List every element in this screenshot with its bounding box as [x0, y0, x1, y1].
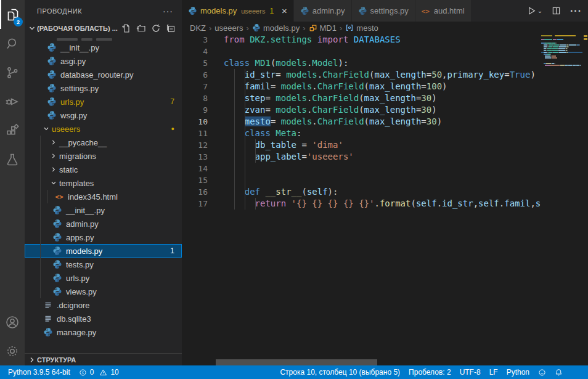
clipped-file-row	[25, 35, 182, 41]
status-encoding[interactable]: UTF-8	[455, 365, 485, 379]
workspace-section-header[interactable]: (РАБОЧАЯ ОБЛАСТЬ) ...	[25, 22, 182, 35]
status-indentation[interactable]: Пробелов: 2	[404, 365, 455, 379]
tab-problem-badge: 1	[269, 7, 274, 15]
horizontal-scrollbar[interactable]	[216, 359, 377, 365]
code-token	[224, 152, 255, 161]
tab-description: useeers	[241, 7, 265, 15]
split-icon	[552, 6, 561, 15]
tree-folder-migrations[interactable]: migrations	[25, 149, 182, 163]
tree-file-asgi.py[interactable]: asgi.py	[25, 54, 182, 68]
minimap-segment	[554, 63, 555, 64]
status-cursor-position[interactable]: Строка 10, столбец 10 (выбрано 5)	[276, 365, 404, 379]
tree-folder-static[interactable]: static	[25, 163, 182, 176]
tree-file--init-.py[interactable]: __init__.py	[25, 203, 182, 217]
indent-guide-line	[245, 186, 245, 198]
tab-admin.py[interactable]: admin.py	[294, 0, 352, 22]
activity-item-search[interactable]	[0, 29, 25, 58]
breadcrumb-item-useeers[interactable]: useeers	[214, 23, 243, 33]
tab-settings.py[interactable]: settings.py	[352, 0, 415, 22]
tree-file-manage.py[interactable]: manage.py	[25, 325, 182, 339]
minimap[interactable]	[541, 35, 582, 67]
code-token: .	[317, 70, 322, 79]
tree-file-apps.py[interactable]: apps.py	[25, 230, 182, 244]
line-number: 5	[182, 57, 208, 69]
close-icon[interactable]: ×	[282, 6, 287, 15]
tree-file-database-roouter.py[interactable]: database_roouter.py	[25, 68, 182, 81]
file-label: models.py	[66, 247, 102, 256]
minimap-segment	[568, 52, 568, 53]
indent-guide-line	[255, 139, 256, 151]
tree-file--init-.py[interactable]: __init__.py	[25, 41, 182, 54]
code-token: =	[421, 116, 426, 126]
line-number: 16	[182, 186, 208, 198]
code-line: 11 class Meta:	[182, 128, 588, 139]
new-file-icon[interactable]	[121, 23, 131, 33]
breadcrumb-item-MD1[interactable]: MD1	[309, 23, 337, 33]
refresh-icon[interactable]	[151, 23, 161, 33]
status-python-version[interactable]: Python 3.9.5 64-bit	[4, 365, 75, 379]
editor-action-run[interactable]: ⌄	[527, 6, 542, 15]
sidebar-more-actions-icon[interactable]: ···	[163, 6, 173, 16]
tree-file-settings.py[interactable]: settings.py	[25, 81, 182, 95]
status-feedback[interactable]	[534, 365, 550, 379]
activity-item-run-debug[interactable]	[0, 87, 25, 116]
activity-item-settings[interactable]	[0, 336, 25, 365]
line-content: def __str__(self):	[224, 186, 338, 198]
code-editor[interactable]: 3from DKZ.settings import DATABASES45cla…	[182, 34, 588, 365]
tree-file-index345.html[interactable]: <>index345.html	[25, 190, 182, 203]
tab-aud.html[interactable]: <>aud.html	[415, 0, 472, 22]
activity-item-explorer[interactable]: 2	[0, 0, 25, 29]
activity-item-extensions[interactable]	[0, 116, 25, 145]
outline-section-header[interactable]: СТРУКТУРА	[25, 353, 182, 365]
tree-file-admin.py[interactable]: admin.py	[25, 217, 182, 230]
file-label: migrations	[59, 152, 96, 161]
code-token: format	[380, 198, 411, 208]
collapse-icon[interactable]	[166, 23, 176, 33]
python-icon	[300, 6, 309, 15]
tree-file-urls.py[interactable]: urls.py	[25, 271, 182, 285]
line-number: 3	[182, 34, 208, 46]
breadcrumb-item-models.py[interactable]: models.py	[252, 23, 300, 33]
activity-item-source-control[interactable]	[0, 58, 25, 87]
tree-folder--pycache-[interactable]: __pycache__	[25, 136, 182, 149]
indent-guide-line	[245, 104, 245, 116]
python-icon	[47, 83, 57, 93]
breadcrumb-separator: ›	[303, 23, 305, 33]
tree-file-wsgi.py[interactable]: wsgi.py	[25, 108, 182, 122]
status-label: Python	[507, 368, 529, 377]
tree-file-views.py[interactable]: views.py	[25, 285, 182, 298]
tab-models.py[interactable]: models.pyuseeers1×	[182, 0, 294, 22]
minimap-segment	[545, 65, 549, 66]
beaker-icon	[5, 152, 20, 167]
tree-file-db.sqlite3[interactable]: db.sqlite3	[25, 312, 182, 325]
code-token: models	[281, 81, 312, 91]
minimap-segment	[580, 65, 581, 66]
minimap-line	[541, 63, 582, 64]
warning-mark	[584, 38, 587, 40]
status-problems[interactable]: 010	[75, 365, 123, 379]
editor-action-more-actions[interactable]: ···	[570, 6, 582, 17]
tree-folder-templates[interactable]: templates	[25, 176, 182, 190]
editor-action-split-editor[interactable]	[552, 6, 561, 15]
status-notifications[interactable]	[550, 365, 567, 379]
minimap-segment	[569, 44, 576, 46]
line-number: 4	[182, 46, 208, 57]
code-line: 7 famil= models.CharField(max_length=100…	[182, 81, 588, 92]
code-line: 3from DKZ.settings import DATABASES	[182, 34, 588, 46]
line-content: from DKZ.settings import DATABASES	[224, 34, 401, 46]
activity-item-accounts[interactable]	[0, 308, 25, 336]
status-eol[interactable]: LF	[485, 365, 502, 379]
breadcrumb-label: DKZ	[190, 23, 206, 33]
tree-folder-useeers[interactable]: useeers●	[25, 122, 182, 136]
activity-item-testing[interactable]	[0, 145, 25, 174]
minimap-segment	[559, 52, 566, 53]
tree-file-models.py[interactable]: models.py1	[25, 244, 182, 258]
tree-file-tests.py[interactable]: tests.py	[25, 258, 182, 271]
new-folder-icon[interactable]	[136, 23, 146, 33]
tree-file-urls.py[interactable]: urls.py7	[25, 95, 182, 108]
breadcrumb-item-DKZ[interactable]: DKZ	[190, 23, 206, 33]
status-language-mode[interactable]: Python	[502, 365, 534, 379]
tree-file-.dcignore[interactable]: .dcignore	[25, 298, 182, 312]
python-icon	[52, 232, 62, 242]
breadcrumb-item-mesto[interactable]: mesto	[345, 23, 378, 33]
